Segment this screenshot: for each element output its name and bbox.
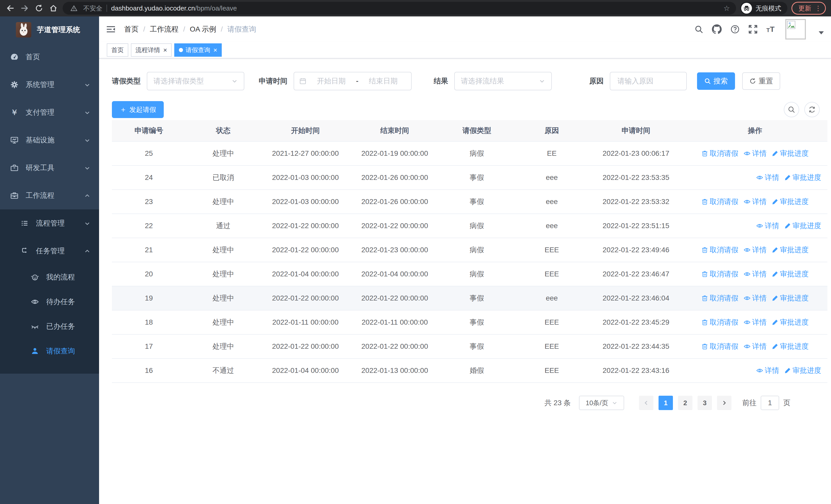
approval-progress-label: 审批进度 bbox=[780, 269, 809, 279]
col-header: 申请编号 bbox=[112, 126, 186, 136]
page-size-select[interactable]: 10条/页 bbox=[579, 396, 624, 410]
sidebar-logo[interactable]: 芋道管理系统 bbox=[0, 17, 99, 43]
sidebar-item-system[interactable]: 系统管理 bbox=[0, 71, 99, 98]
approval-progress-link[interactable]: 审批进度 bbox=[784, 173, 821, 182]
sidebar-item-process-mgmt[interactable]: 流程管理 bbox=[0, 209, 99, 237]
sidebar-item-payment[interactable]: ￥ 支付管理 bbox=[0, 98, 99, 126]
breadcrumb-home[interactable]: 首页 bbox=[124, 24, 139, 34]
detail-link[interactable]: 详情 bbox=[744, 245, 767, 255]
col-header: 开始时间 bbox=[261, 126, 350, 136]
home-icon[interactable] bbox=[48, 3, 58, 13]
browser-menu-icon[interactable]: ⋮ bbox=[815, 5, 822, 11]
tag-leave-query[interactable]: 请假查询× bbox=[174, 43, 222, 57]
page-button-1[interactable]: 1 bbox=[659, 396, 673, 410]
avatar-dropdown-icon[interactable] bbox=[819, 31, 824, 34]
date-end-placeholder[interactable]: 结束日期 bbox=[361, 76, 406, 86]
approval-progress-link[interactable]: 审批进度 bbox=[772, 293, 809, 303]
reason-input[interactable] bbox=[617, 77, 680, 86]
detail-link[interactable]: 详情 bbox=[744, 293, 767, 303]
cell-id: 24 bbox=[112, 174, 186, 182]
page-content: 请假类型 请选择请假类型 申请时间 开始日期 - 结束日期 结果 请选择流 bbox=[99, 59, 831, 504]
breadcrumb-workflow[interactable]: 工作流程 bbox=[150, 24, 179, 34]
create-leave-label: 发起请假 bbox=[130, 105, 156, 114]
breadcrumb-oa-example[interactable]: OA 示例 bbox=[190, 24, 216, 34]
cancel-leave-link[interactable]: 取消请假 bbox=[701, 318, 738, 327]
approval-progress-link[interactable]: 审批进度 bbox=[772, 245, 809, 255]
address-bar[interactable]: 不安全 dashboard.yudao.iocoder.cn/bpm/oa/le… bbox=[63, 2, 736, 14]
cancel-leave-link[interactable]: 取消请假 bbox=[701, 245, 738, 255]
approval-progress-link[interactable]: 审批进度 bbox=[772, 318, 809, 327]
date-start-placeholder[interactable]: 开始日期 bbox=[309, 76, 354, 86]
cell-type: 婚假 bbox=[439, 366, 514, 376]
cancel-leave-link[interactable]: 取消请假 bbox=[701, 269, 738, 279]
sidebar-item-task-mgmt[interactable]: 任务管理 bbox=[0, 237, 99, 265]
sidebar-item-infrastructure[interactable]: 基础设施 bbox=[0, 126, 99, 154]
bookmark-star-icon[interactable]: ☆ bbox=[723, 4, 730, 12]
goto-page-input[interactable] bbox=[761, 396, 779, 410]
cell-applied: 2022-01-22 23:44:35 bbox=[589, 342, 683, 351]
cancel-leave-label: 取消请假 bbox=[710, 342, 738, 351]
cancel-leave-link[interactable]: 取消请假 bbox=[701, 342, 738, 351]
search-icon[interactable] bbox=[694, 25, 703, 34]
approval-progress-link[interactable]: 审批进度 bbox=[772, 269, 809, 279]
tag-home[interactable]: 首页 bbox=[107, 43, 128, 57]
cancel-leave-link[interactable]: 取消请假 bbox=[701, 149, 738, 158]
gear-icon bbox=[10, 81, 19, 89]
detail-link[interactable]: 详情 bbox=[744, 269, 767, 279]
back-icon[interactable] bbox=[5, 3, 16, 13]
prev-page-button[interactable] bbox=[639, 396, 653, 410]
fullscreen-icon[interactable] bbox=[748, 25, 757, 34]
sidebar-item-workflow[interactable]: 工作流程 bbox=[0, 182, 99, 209]
detail-link[interactable]: 详情 bbox=[756, 173, 779, 182]
detail-link[interactable]: 详情 bbox=[744, 318, 767, 327]
user-avatar[interactable] bbox=[785, 19, 806, 39]
help-icon[interactable] bbox=[730, 25, 740, 34]
show-search-button[interactable] bbox=[784, 102, 799, 117]
update-button[interactable]: 更新 ⋮ bbox=[792, 2, 826, 14]
cancel-leave-link[interactable]: 取消请假 bbox=[701, 197, 738, 207]
detail-link[interactable]: 详情 bbox=[744, 197, 767, 207]
search-button[interactable]: 搜索 bbox=[697, 72, 735, 90]
detail-link[interactable]: 详情 bbox=[744, 149, 767, 158]
apply-time-range-picker[interactable]: 开始日期 - 结束日期 bbox=[294, 72, 412, 90]
detail-link[interactable]: 详情 bbox=[756, 221, 779, 231]
forward-icon[interactable] bbox=[20, 3, 30, 13]
reload-icon[interactable] bbox=[34, 3, 44, 13]
cancel-leave-label: 取消请假 bbox=[710, 318, 738, 327]
approval-progress-link[interactable]: 审批进度 bbox=[772, 342, 809, 351]
approval-progress-link[interactable]: 审批进度 bbox=[784, 221, 821, 231]
refresh-table-button[interactable] bbox=[804, 102, 820, 117]
font-size-icon[interactable]: TT bbox=[766, 25, 775, 33]
leave-type-select[interactable]: 请选择请假类型 bbox=[147, 72, 244, 90]
sidebar-item-devtools[interactable]: 研发工具 bbox=[0, 154, 99, 182]
close-icon[interactable]: × bbox=[163, 47, 167, 53]
sidebar-item-home[interactable]: 首页 bbox=[0, 43, 99, 71]
sidebar-item-done-tasks[interactable]: 已办任务 bbox=[0, 314, 99, 339]
tag-process-detail[interactable]: 流程详情× bbox=[131, 43, 172, 57]
result-select[interactable]: 请选择流结果 bbox=[454, 72, 552, 90]
reason-label: 原因 bbox=[589, 76, 604, 86]
cell-applied: 2022-01-22 23:46:47 bbox=[589, 270, 683, 278]
detail-link[interactable]: 详情 bbox=[744, 342, 767, 351]
cancel-leave-link[interactable]: 取消请假 bbox=[701, 293, 738, 303]
incognito-icon bbox=[741, 3, 752, 13]
page-button-2[interactable]: 2 bbox=[678, 396, 692, 410]
create-leave-button[interactable]: ＋ 发起请假 bbox=[112, 101, 164, 118]
page-button-3[interactable]: 3 bbox=[697, 396, 712, 410]
detail-link[interactable]: 详情 bbox=[756, 366, 779, 376]
next-page-button[interactable] bbox=[717, 396, 732, 410]
sidebar-collapse-icon[interactable] bbox=[106, 24, 116, 34]
pagination-total: 共 23 条 bbox=[544, 398, 571, 408]
close-icon[interactable]: × bbox=[213, 47, 217, 53]
sidebar-item-my-process[interactable]: 我的流程 bbox=[0, 265, 99, 290]
approval-progress-link[interactable]: 审批进度 bbox=[772, 149, 809, 158]
eye-icon bbox=[744, 198, 751, 205]
sidebar-item-leave-query[interactable]: 请假查询 bbox=[0, 339, 99, 363]
github-icon[interactable] bbox=[712, 24, 722, 34]
security-warning-icon[interactable] bbox=[69, 3, 79, 13]
table-toolbar: ＋ 发起请假 bbox=[112, 101, 827, 118]
approval-progress-link[interactable]: 审批进度 bbox=[772, 197, 809, 207]
sidebar-item-todo-tasks[interactable]: 待办任务 bbox=[0, 290, 99, 314]
reset-button[interactable]: 重置 bbox=[742, 72, 780, 90]
approval-progress-link[interactable]: 审批进度 bbox=[784, 366, 821, 376]
